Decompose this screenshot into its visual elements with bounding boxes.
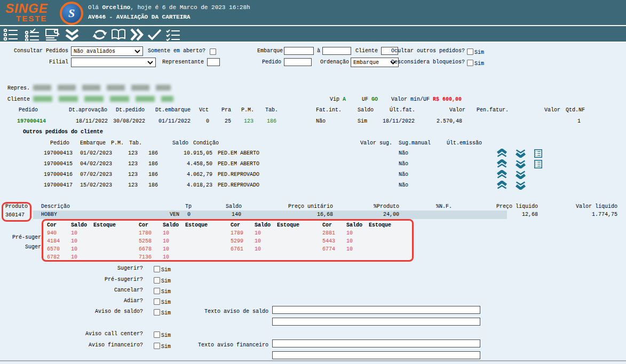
vip-label: Vip [330, 96, 339, 102]
col-pedido: Pedido [19, 107, 38, 114]
produto-highlight-annotation [2, 202, 31, 222]
representante-input[interactable] [207, 58, 220, 66]
grid-cor: 6774 [322, 246, 335, 253]
order-dt-aprovacao: 18/11/2022 [76, 118, 108, 125]
outros-row-condicao: PED.EM ABERTO [218, 161, 259, 167]
pre-sugerir-checkbox[interactable] [154, 277, 160, 284]
repres-label: Repres. [7, 85, 30, 92]
range-separator-label: à [317, 48, 320, 54]
move-down-icon[interactable] [515, 159, 526, 170]
order-notes-icon[interactable] [534, 160, 542, 170]
desconsidera-bloqueios-checkbox[interactable] [467, 60, 473, 66]
consultar-pedidos-select[interactable]: Não avaliados [71, 46, 143, 56]
order-dt-embarque: 01/11/2022 [159, 118, 191, 125]
desconsidera-bloqueios-label: Desconsidera bloqueios? [391, 59, 465, 66]
cancelar-checkbox[interactable] [154, 288, 160, 294]
greeting-username: Orcelino [102, 4, 130, 11]
checklist-icon[interactable] [165, 28, 181, 43]
sugerir-sim-label: Sim [161, 267, 171, 273]
col-descricao: Descrição [41, 204, 70, 210]
outros-row-sug-manual: Não [399, 150, 408, 157]
grid-cor: 5258 [139, 238, 152, 245]
product-preco-unitario: 16,68 [317, 212, 333, 218]
product-row-band [33, 211, 507, 219]
outros-row-condicao: PED.REPROVADO [218, 182, 259, 189]
texto-aviso-saldo-input-2[interactable] [272, 318, 480, 326]
app-logo-text: SINGE [5, 2, 48, 15]
grid-col-saldo: Saldo [71, 222, 87, 229]
move-down-icon[interactable] [515, 149, 526, 159]
texto-aviso-saldo-input-1[interactable] [272, 306, 480, 314]
outros-row-pm: 123 [128, 182, 138, 189]
texto-aviso-financeiro-input-1[interactable] [272, 339, 480, 347]
outros-row-embarque: 15/02/2023 [80, 182, 112, 189]
chevrons-down-icon[interactable] [64, 28, 80, 44]
move-up-icon[interactable] [496, 149, 508, 159]
grid-cor: 5443 [322, 238, 335, 245]
col-dt-aprovacao: Dt.aprovação [69, 107, 107, 114]
consultar-pedidos-value: Não avaliados [74, 48, 115, 54]
texto-aviso-financeiro-input-2[interactable] [272, 351, 480, 359]
aviso-saldo-sim-label: Sim [161, 310, 171, 317]
check-icon[interactable] [146, 28, 162, 43]
order-saldo: Sim [358, 118, 367, 125]
product-valor-liquido: 1.774,75 [592, 212, 617, 218]
adiar-label: Adiar? [124, 298, 143, 304]
grid-saldo: 10 [163, 238, 169, 245]
col-dt-embarque: Dt.embarque [155, 107, 191, 114]
form-search-icon[interactable] [45, 28, 61, 43]
filial-label: Filial [49, 59, 68, 66]
outros-row-pedido: 197000416 [44, 172, 73, 178]
col-preco-liquido: Preço líquido [496, 204, 538, 210]
move-down-icon[interactable] [515, 170, 526, 181]
app-logo-icon: S [60, 2, 83, 25]
aviso-financeiro-checkbox[interactable] [154, 343, 160, 349]
outros-row-pm: 123 [128, 172, 138, 178]
chevron-down-icon [147, 61, 153, 64]
outros-col-tab: Tab. [129, 140, 142, 147]
embarque-ate-input[interactable] [322, 47, 351, 55]
grid-col-saldo: Saldo [346, 222, 362, 229]
grid-saldo: 10 [163, 230, 169, 237]
col-saldo-produto: Saldo [226, 204, 242, 210]
adiar-checkbox[interactable] [154, 298, 160, 305]
chevrons-right-icon[interactable] [129, 28, 144, 43]
refresh-icon[interactable] [92, 28, 108, 43]
col-vct: Vct [199, 107, 209, 114]
order-vct: 0 [206, 118, 209, 125]
outros-col-embarque: Embarque [80, 140, 106, 147]
sugerir-checkbox[interactable] [154, 266, 160, 272]
outros-row-pm: 123 [128, 150, 138, 157]
bullet-list-checked-icon[interactable] [24, 28, 40, 43]
embarque-de-input[interactable] [284, 47, 314, 55]
move-up-icon[interactable] [496, 170, 508, 181]
cancelar-label: Cancelar? [114, 287, 143, 294]
filial-select[interactable] [71, 58, 156, 67]
desconsidera-sim-label: Sim [474, 61, 484, 67]
greeting: Olá Orcelino, hoje é 6 de Marco de 2023 … [88, 4, 250, 11]
aviso-saldo-checkbox[interactable] [154, 309, 160, 316]
bullet-list-icon[interactable] [3, 28, 19, 43]
book-icon[interactable] [110, 28, 126, 43]
order-tab: 186 [267, 118, 276, 125]
somente-em-aberto-label: Somente em aberto? [148, 48, 205, 54]
outros-row-tab: 186 [148, 161, 158, 167]
ocultar-outros-pedidos-checkbox[interactable] [467, 48, 473, 55]
col-pm: P.M. [241, 107, 254, 114]
somente-em-aberto-checkbox[interactable] [210, 48, 216, 55]
outros-row-pm: 123 [128, 161, 138, 167]
adiar-sim-label: Sim [161, 300, 171, 306]
move-down-icon[interactable] [515, 181, 526, 191]
order-notes-icon[interactable] [534, 149, 542, 159]
col-fat-int: Fat.int. [316, 107, 342, 114]
order-qtd-nf: 1 [577, 118, 581, 125]
vip-field: Vip A [330, 96, 346, 103]
outros-col-condicao: Condição [193, 140, 219, 147]
move-up-icon[interactable] [496, 181, 508, 191]
grid-cor: 6782 [47, 254, 60, 261]
cores-grid-annotation: Cor Saldo Estoque Cor Saldo Estoque Cor … [42, 219, 414, 262]
cliente-value-redacted [33, 96, 173, 102]
move-up-icon[interactable] [496, 159, 508, 170]
aviso-call-center-checkbox[interactable] [154, 331, 160, 338]
pedido-input[interactable] [284, 58, 312, 66]
